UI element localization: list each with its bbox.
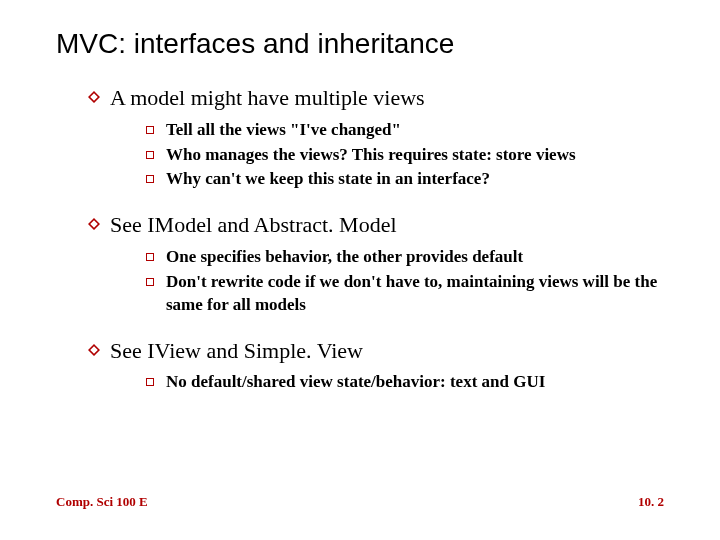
square-bullet-icon	[146, 126, 154, 134]
section-1: A model might have multiple views	[88, 84, 664, 113]
subitem-text: Don't rewrite code if we don't have to, …	[166, 271, 664, 317]
section-heading: A model might have multiple views	[110, 84, 425, 113]
footer: Comp. Sci 100 E 10. 2	[56, 494, 664, 510]
square-bullet-icon	[146, 253, 154, 261]
subitem-text: Why can't we keep this state in an inter…	[166, 168, 490, 191]
square-bullet-icon	[146, 278, 154, 286]
diamond-bullet-icon	[88, 91, 100, 103]
subitems-1: Tell all the views "I've changed" Who ma…	[146, 119, 664, 192]
footer-left: Comp. Sci 100 E	[56, 494, 148, 510]
square-bullet-icon	[146, 378, 154, 386]
square-bullet-icon	[146, 151, 154, 159]
list-item: One specifies behavior, the other provid…	[146, 246, 664, 269]
section-heading: See IView and Simple. View	[110, 337, 363, 366]
subitems-3: No default/shared view state/behavior: t…	[146, 371, 664, 394]
footer-right: 10. 2	[638, 494, 664, 510]
diamond-bullet-icon	[88, 344, 100, 356]
list-item: No default/shared view state/behavior: t…	[146, 371, 664, 394]
list-item: Who manages the views? This requires sta…	[146, 144, 664, 167]
list-item: Tell all the views "I've changed"	[146, 119, 664, 142]
subitem-text: Tell all the views "I've changed"	[166, 119, 401, 142]
square-bullet-icon	[146, 175, 154, 183]
slide-title: MVC: interfaces and inheritance	[56, 28, 664, 60]
list-item: Why can't we keep this state in an inter…	[146, 168, 664, 191]
subitem-text: No default/shared view state/behavior: t…	[166, 371, 545, 394]
section-heading: See IModel and Abstract. Model	[110, 211, 397, 240]
subitems-2: One specifies behavior, the other provid…	[146, 246, 664, 317]
section-3: See IView and Simple. View	[88, 337, 664, 366]
subitem-text: One specifies behavior, the other provid…	[166, 246, 523, 269]
subitem-text: Who manages the views? This requires sta…	[166, 144, 576, 167]
diamond-bullet-icon	[88, 218, 100, 230]
list-item: Don't rewrite code if we don't have to, …	[146, 271, 664, 317]
section-2: See IModel and Abstract. Model	[88, 211, 664, 240]
